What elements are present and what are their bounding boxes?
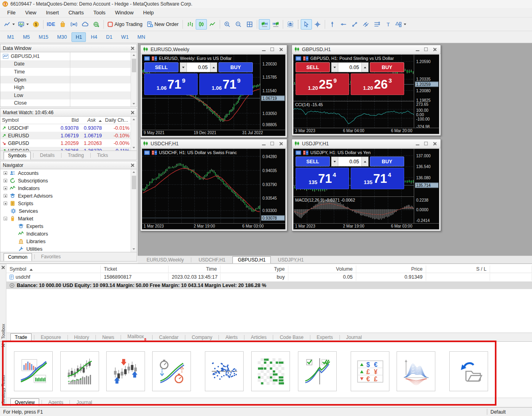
candlestick-chart[interactable]: [142, 149, 260, 223]
buy-button[interactable]: BUY: [370, 156, 404, 166]
scroll-down-icon[interactable]: [131, 101, 137, 107]
market-watch-row[interactable]: USDCAD1.362661.362700.11%: [0, 147, 131, 151]
close-icon[interactable]: [279, 142, 283, 146]
volume-increase-button[interactable]: [210, 63, 217, 72]
tf-m15[interactable]: M15: [35, 32, 52, 42]
tab-experts[interactable]: Experts: [313, 334, 337, 341]
chart-tab-usdchf[interactable]: USDCHF,H1: [194, 257, 230, 263]
expand-icon[interactable]: [4, 194, 7, 198]
market-button[interactable]: [57, 19, 68, 30]
volume-stepper[interactable]: 0.05: [180, 62, 217, 72]
maximize-icon[interactable]: [270, 48, 274, 51]
vps-button[interactable]: [79, 19, 91, 30]
tab-company[interactable]: Company: [188, 334, 216, 341]
community-button[interactable]: [91, 19, 102, 30]
col-time[interactable]: Time: [169, 265, 220, 273]
tab-alerts[interactable]: Alerts: [221, 334, 242, 341]
volume-stepper[interactable]: 0.05: [331, 156, 369, 166]
tf-m30[interactable]: M30: [53, 32, 71, 42]
tab-code-base[interactable]: Code Base: [276, 334, 307, 341]
tile-multicurrency[interactable]: $€£¥€£: [351, 351, 389, 391]
open-position-row[interactable]: usdchf 1586890817 2023.02.03 13:45:17 bu…: [6, 273, 532, 281]
horizontal-line-tool-button[interactable]: [338, 19, 349, 30]
col-price[interactable]: Price: [356, 265, 426, 273]
tile-optimization-scatter[interactable]: [205, 351, 244, 391]
tf-h1[interactable]: H1: [71, 32, 86, 42]
chart-style-button[interactable]: [2, 19, 16, 30]
buy-price[interactable]: 1.20263: [351, 73, 404, 95]
sell-price[interactable]: 1.20259: [296, 73, 349, 95]
expand-icon[interactable]: [4, 186, 7, 190]
shapes-tool-button[interactable]: [394, 19, 408, 30]
market-watch-header[interactable]: Symbol Bid Ask Daily Ch...: [0, 117, 131, 124]
expand-icon[interactable]: [4, 202, 7, 205]
sell-button[interactable]: SELL: [296, 156, 330, 166]
ide-button[interactable]: IDE: [45, 19, 57, 30]
cursor-tool-button[interactable]: [301, 19, 312, 30]
expand-circle-icon[interactable]: [10, 283, 14, 288]
tf-w1[interactable]: W1: [117, 32, 133, 42]
volume-value[interactable]: 0.05: [187, 63, 210, 72]
tree-item-market[interactable]: Market: [0, 215, 131, 222]
tf-mn[interactable]: MN: [133, 32, 149, 42]
screenshot-button[interactable]: [285, 19, 296, 30]
one-click-trading-widget[interactable]: SELL 0.05 BUY 1.06719 1.06719: [144, 62, 253, 95]
collapse-icon[interactable]: [4, 217, 7, 220]
macd-indicator-pane[interactable]: MACD(12,26,9) -0.0371 -0.0062: [294, 196, 414, 223]
bar-chart-mode-button[interactable]: [185, 19, 196, 30]
chart-window-usdchf[interactable]: USDCHF,H1 USDCHF, H1: US Dollar vs Swiss…: [140, 139, 287, 231]
minimize-icon[interactable]: [416, 145, 419, 145]
tf-m5[interactable]: M5: [19, 32, 34, 42]
tile-optimization-matrix[interactable]: [251, 351, 290, 391]
scrollbar[interactable]: [131, 169, 137, 252]
close-icon[interactable]: [433, 142, 437, 146]
volume-increase-button[interactable]: [361, 63, 368, 72]
fibonacci-tool-button[interactable]: [371, 19, 383, 30]
menu-view[interactable]: View: [20, 8, 41, 17]
menu-help[interactable]: Help: [138, 8, 159, 17]
chart-window-titlebar[interactable]: GBPUSD,H1: [292, 45, 441, 54]
tab-trade[interactable]: Trade: [10, 333, 32, 341]
chart-tab-gbpusd[interactable]: GBPUSD,H1: [232, 256, 270, 263]
volume-value[interactable]: 0.05: [338, 157, 361, 166]
tree-item-expert-advisors[interactable]: Expert Advisors: [0, 192, 131, 200]
tile-forward-testing[interactable]: [298, 351, 337, 391]
line-chart-mode-button[interactable]: [207, 19, 218, 30]
chart-window-usdjpy[interactable]: USDJPY,H1 USDJPY, H1: US Dollar vs Yen S…: [292, 139, 441, 231]
chart-tab-eurusd[interactable]: EURUSD,Weekly: [142, 257, 189, 263]
close-icon[interactable]: [433, 48, 437, 52]
market-watch-titlebar[interactable]: Market Watch: 10:45:46: [0, 109, 137, 117]
tree-item-market-experts[interactable]: Experts: [0, 222, 131, 230]
tab-calendar[interactable]: Calendar: [155, 334, 183, 341]
algo-trading-button[interactable]: Algo Trading: [105, 19, 145, 30]
chart-shift-button[interactable]: [270, 19, 281, 30]
tree-item-scripts[interactable]: Scripts: [0, 200, 131, 207]
buy-button[interactable]: BUY: [370, 62, 404, 72]
tab-mailbox[interactable]: Mailbox8: [123, 333, 150, 341]
navigator-titlebar[interactable]: Navigator: [0, 161, 137, 169]
volume-stepper[interactable]: 0.05: [331, 62, 369, 72]
chart-canvas[interactable]: USDCHF, H1: US Dollar vs Swiss Franc 0.9…: [142, 149, 286, 230]
chart-canvas[interactable]: USDJPY, H1: US Dollar vs Yen SELL 0.05 B…: [293, 149, 439, 230]
text-tool-button[interactable]: T: [383, 19, 394, 30]
tf-m1[interactable]: M1: [3, 32, 18, 42]
scroll-up-icon[interactable]: [131, 169, 137, 175]
volume-increase-button[interactable]: [361, 157, 368, 166]
cci-indicator-pane[interactable]: CCI(14) -15.45: [294, 101, 414, 128]
maximize-icon[interactable]: [424, 48, 428, 51]
tab-symbols[interactable]: Symbols: [4, 152, 31, 160]
tab-overview[interactable]: Overview: [10, 398, 39, 406]
buy-price[interactable]: 1.06719: [199, 73, 253, 95]
col-ticket[interactable]: Ticket: [101, 265, 169, 273]
one-click-trading-widget[interactable]: SELL 0.05 BUY 1.20259 1.20263: [296, 62, 404, 95]
chart-tab-usdjpy[interactable]: USDJPY,H1: [273, 257, 308, 263]
scrollbar[interactable]: [131, 52, 137, 107]
tree-item-market-indicators[interactable]: Indicators: [0, 230, 131, 238]
market-watch-row[interactable]: USDCHF0.930780.93078-0.01%: [0, 124, 131, 132]
trade-table-header[interactable]: Symbol Ticket Time Type Volume Price S /…: [6, 265, 532, 273]
market-watch-row[interactable]: GBPUSD1.202591.20263-0.00%: [0, 139, 131, 147]
scroll-down-icon[interactable]: [131, 246, 137, 252]
menu-file[interactable]: File: [2, 8, 20, 17]
tile-trade-signals[interactable]: [106, 351, 145, 391]
sell-button[interactable]: SELL: [144, 62, 179, 72]
